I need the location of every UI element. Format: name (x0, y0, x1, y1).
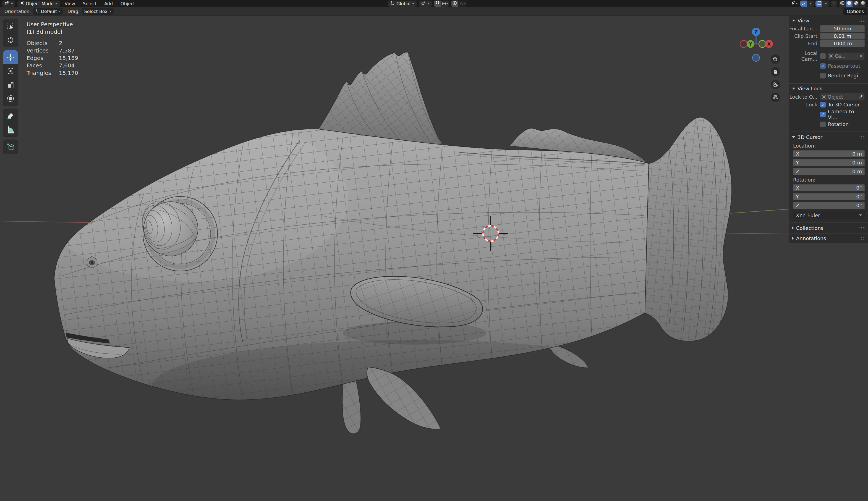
gizmos-dropdown[interactable] (807, 1, 814, 7)
focal-length-field[interactable]: 50 mm (820, 25, 865, 32)
menu-add[interactable]: Add (102, 1, 116, 7)
orientation-value: Global (396, 1, 411, 6)
rendered-sphere-icon (860, 1, 866, 7)
options-button[interactable]: Options (844, 8, 867, 15)
section-title: View Lock (797, 86, 822, 92)
panel-drag-dots-icon[interactable] (859, 237, 865, 239)
eyedropper-icon[interactable] (859, 95, 863, 99)
tool-cursor[interactable] (3, 33, 18, 47)
panel-drag-dots-icon[interactable] (859, 227, 865, 230)
gizmo-z-neg-axis[interactable] (752, 54, 760, 61)
section-view-header[interactable]: View (789, 16, 868, 25)
clip-start-label: Clip Start (789, 33, 820, 39)
proportional-falloff-dropdown[interactable] (458, 1, 467, 7)
shading-material-button[interactable] (853, 1, 859, 7)
focal-length-row: Focal Len... 50 mm (789, 25, 865, 32)
shading-wireframe-button[interactable] (839, 1, 846, 7)
chevron-right-icon (792, 236, 794, 240)
overlays-icon (817, 1, 821, 6)
gizmo-y-label: Y (749, 41, 752, 47)
render-region-checkbox[interactable] (820, 73, 826, 78)
overlays-dropdown[interactable] (822, 1, 829, 7)
stat-row: Vertices7,587 (27, 47, 78, 54)
toggle-xray-button[interactable] (831, 1, 837, 7)
lock-to-3d-cursor-checkbox[interactable]: ✓ (820, 102, 826, 107)
tool-transform[interactable] (3, 92, 18, 106)
cursor-loc-z-row: Z 0 m (789, 168, 865, 176)
shading-solid-button[interactable] (846, 1, 853, 7)
orientation-label: Orientation: (4, 9, 31, 14)
cursor-loc-y-slider[interactable]: Y 0 m (793, 159, 865, 166)
mode-selector[interactable]: Object Mode (18, 1, 60, 7)
transform-orientation-dropdown[interactable]: Global (388, 1, 416, 7)
viewport-header: Object Mode View Select Add Object Globa… (0, 0, 868, 7)
panel-drag-dots-icon[interactable] (859, 19, 865, 22)
tool-scale[interactable] (3, 78, 18, 92)
scene-statistics: Objects2 Vertices7,587 Edges15,189 Faces… (27, 40, 78, 77)
section-3d-cursor-header[interactable]: 3D Cursor (789, 132, 868, 142)
sidebar-n-panel: View Focal Len... 50 mm Clip Start 0.01 … (789, 16, 868, 244)
show-overlays-toggle[interactable] (815, 1, 822, 7)
cursor-rot-z-slider[interactable]: Z 0° (793, 202, 865, 209)
stat-row: Faces7,604 (27, 62, 78, 70)
menu-select[interactable]: Select (80, 1, 99, 7)
menu-object[interactable]: Object (118, 1, 138, 7)
tool-measure[interactable] (3, 123, 18, 137)
lock-to-3d-cursor-label: To 3D Cursor (828, 102, 860, 107)
clear-x-icon[interactable]: ✕ (859, 54, 863, 58)
panel-drag-dots-icon[interactable] (859, 136, 865, 138)
local-camera-checkbox[interactable] (820, 53, 826, 59)
pan-hand-button[interactable] (771, 67, 780, 76)
tool-rotate[interactable] (3, 64, 18, 78)
camera-view-button[interactable] (771, 80, 780, 89)
clip-end-field[interactable]: 1000 m (820, 40, 865, 47)
tool-tweak-select[interactable] (3, 19, 18, 33)
shading-rendered-button[interactable] (860, 1, 866, 7)
editor-type-button[interactable] (2, 1, 15, 7)
drag-mode-dropdown[interactable]: Select Box (82, 8, 113, 15)
pivot-point-dropdown[interactable] (419, 1, 432, 7)
cursor-loc-y-row: Y 0 m (789, 159, 865, 167)
snap-settings-dropdown[interactable] (441, 1, 449, 7)
cursor-loc-x-slider[interactable]: X 0 m (793, 150, 865, 157)
drag-dropdown-value: Select Box (84, 9, 107, 14)
gizmo-y-neg-axis[interactable] (759, 40, 766, 47)
section-view-lock-header[interactable]: View Lock (789, 84, 868, 93)
stat-row: Edges15,189 (27, 54, 78, 62)
lock-rotation-checkbox[interactable] (820, 121, 826, 127)
snap-toggle[interactable] (434, 1, 441, 7)
chevron-down-icon (809, 3, 812, 4)
local-camera-object-field[interactable]: Ca... ✕ (827, 53, 865, 60)
viewport-canvas[interactable] (0, 16, 868, 501)
menu-view[interactable]: View (62, 1, 78, 7)
fish-model[interactable] (39, 52, 732, 434)
gizmo-x-neg-axis[interactable] (740, 40, 747, 47)
toggle-perspective-button[interactable] (771, 93, 780, 102)
drag-orientation-dropdown[interactable]: Default (33, 8, 63, 15)
snapping-group (434, 1, 449, 7)
camera-to-view-checkbox[interactable]: ✓ (820, 111, 826, 117)
cursor-rot-y-slider[interactable]: Y 0° (793, 193, 865, 200)
cursor-loc-z-slider[interactable]: Z 0 m (793, 168, 865, 175)
zoom-button[interactable] (771, 54, 780, 64)
object-type-visibility-dropdown[interactable] (790, 1, 798, 7)
proportional-editing-toggle[interactable] (452, 1, 458, 7)
section-annotations-header[interactable]: Annotations (789, 234, 868, 243)
euler-mode-dropdown[interactable]: XYZ Euler (793, 211, 865, 219)
lock-to-object-field[interactable]: Object (820, 93, 865, 100)
passepartout-checkbox[interactable]: ✓ (820, 63, 826, 69)
clip-start-field[interactable]: 0.01 m (820, 33, 865, 40)
tool-add-cube[interactable] (3, 140, 18, 154)
section-collections-header[interactable]: Collections (789, 223, 868, 233)
rotation-label: Rotation: (793, 177, 868, 183)
section-title: View (797, 18, 809, 23)
tool-annotate[interactable] (3, 109, 18, 123)
chevron-down-icon (792, 20, 795, 22)
viewport-3d[interactable]: User Perspective (1) 3d model Objects2 V… (0, 16, 868, 501)
cursor-rot-x-slider[interactable]: X 0° (793, 184, 865, 191)
tool-move[interactable] (3, 50, 18, 64)
show-gizmos-toggle[interactable] (800, 1, 807, 7)
falloff-curve-icon (459, 1, 464, 6)
object-type-visibility-group (790, 1, 798, 7)
object-mode-icon (20, 1, 24, 6)
